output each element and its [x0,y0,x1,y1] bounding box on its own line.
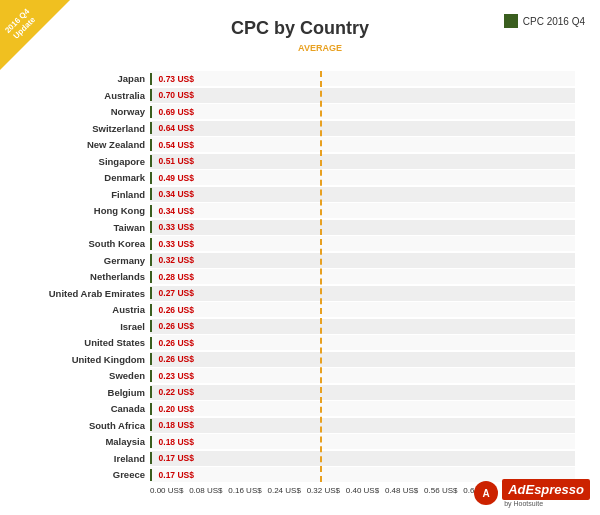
legend-color-box [504,14,518,28]
x-axis-label: 0.40 US$ [346,486,379,495]
country-label: Norway [10,106,145,117]
brand-name: AdEspresso [502,479,590,500]
bar: 0.33 US$ [150,238,152,250]
bar: 0.23 US$ [150,370,152,382]
table-row: Denmark0.49 US$ [150,170,575,185]
country-label: Malaysia [10,436,145,447]
bar-value-label: 0.34 US$ [159,206,194,216]
country-label: Greece [10,469,145,480]
branding: A AdEspresso by Hootsuite [474,479,590,507]
country-label: New Zealand [10,139,145,150]
country-label: Germany [10,255,145,266]
bar: 0.22 US$ [150,386,152,398]
bar-value-label: 0.64 US$ [159,123,194,133]
x-axis-label: 0.08 US$ [189,486,222,495]
table-row: Canada0.20 US$ [150,401,575,416]
x-axis-label: 0.16 US$ [228,486,261,495]
bar-value-label: 0.34 US$ [159,189,194,199]
x-axis-label: 0.00 US$ [150,486,183,495]
bar: 0.70 US$ [150,89,152,101]
bar-value-label: 0.18 US$ [159,437,194,447]
country-label: South Africa [10,420,145,431]
bar: 0.73 US$ [150,73,152,85]
table-row: Switzerland0.64 US$ [150,121,575,136]
country-label: Belgium [10,387,145,398]
country-label: Denmark [10,172,145,183]
bar: 0.17 US$ [150,452,152,464]
bar-value-label: 0.26 US$ [159,354,194,364]
table-row: United Arab Emirates0.27 US$ [150,286,575,301]
table-row: Hong Kong0.34 US$ [150,203,575,218]
bar-value-label: 0.26 US$ [159,338,194,348]
x-axis-label: 0.24 US$ [267,486,300,495]
table-row: Belgium0.22 US$ [150,385,575,400]
country-label: Austria [10,304,145,315]
bar-value-label: 0.23 US$ [159,371,194,381]
table-row: Ireland0.17 US$ [150,451,575,466]
table-row: Taiwan0.33 US$ [150,220,575,235]
country-label: Hong Kong [10,205,145,216]
table-row: Malaysia0.18 US$ [150,434,575,449]
bar-value-label: 0.70 US$ [159,90,194,100]
country-label: Taiwan [10,222,145,233]
bar: 0.69 US$ [150,106,152,118]
country-label: Sweden [10,370,145,381]
country-label: United Arab Emirates [10,288,145,299]
table-row: Norway0.69 US$ [150,104,575,119]
average-label: AVERAGE [298,43,342,53]
bar: 0.33 US$ [150,221,152,233]
average-line [320,71,322,482]
bar: 0.26 US$ [150,304,152,316]
bar-value-label: 0.27 US$ [159,288,194,298]
country-label: United States [10,337,145,348]
bar-value-label: 0.49 US$ [159,173,194,183]
country-label: Switzerland [10,123,145,134]
bar: 0.34 US$ [150,205,152,217]
country-label: Canada [10,403,145,414]
table-row: Sweden0.23 US$ [150,368,575,383]
country-label: Australia [10,90,145,101]
country-label: United Kingdom [10,354,145,365]
x-axis-label: 0.48 US$ [385,486,418,495]
legend: CPC 2016 Q4 [504,14,585,28]
bar: 0.32 US$ [150,254,152,266]
table-row: United Kingdom0.26 US$ [150,352,575,367]
bar-value-label: 0.20 US$ [159,404,194,414]
country-label: Japan [10,73,145,84]
table-row: Australia0.70 US$ [150,88,575,103]
bar: 0.26 US$ [150,320,152,332]
table-row: Japan0.73 US$ [150,71,575,86]
table-row: Austria0.26 US$ [150,302,575,317]
bar: 0.51 US$ [150,155,152,167]
bar: 0.17 US$ [150,469,152,481]
country-label: Israel [10,321,145,332]
country-label: Ireland [10,453,145,464]
bar-value-label: 0.69 US$ [159,107,194,117]
bar-value-label: 0.32 US$ [159,255,194,265]
bar: 0.26 US$ [150,337,152,349]
brand-sub: by Hootsuite [504,500,590,507]
brand-icon: A [474,481,498,505]
bar: 0.27 US$ [150,287,152,299]
bar-value-label: 0.33 US$ [159,239,194,249]
bar: 0.64 US$ [150,122,152,134]
country-label: Finland [10,189,145,200]
x-axis-label: 0.56 US$ [424,486,457,495]
table-row: Singapore0.51 US$ [150,154,575,169]
bar-value-label: 0.26 US$ [159,321,194,331]
bar-value-label: 0.73 US$ [159,74,194,84]
country-label: Netherlands [10,271,145,282]
bar: 0.54 US$ [150,139,152,151]
bar: 0.34 US$ [150,188,152,200]
bars-section: Japan0.73 US$Australia0.70 US$Norway0.69… [150,71,575,482]
table-row: Netherlands0.28 US$ [150,269,575,284]
bar-value-label: 0.54 US$ [159,140,194,150]
bar-value-label: 0.28 US$ [159,272,194,282]
bar-value-label: 0.17 US$ [159,453,194,463]
bars-list: Japan0.73 US$Australia0.70 US$Norway0.69… [150,71,575,482]
bar: 0.18 US$ [150,436,152,448]
table-row: Israel0.26 US$ [150,319,575,334]
x-axis-label: 0.32 US$ [307,486,340,495]
bar-value-label: 0.17 US$ [159,470,194,480]
legend-label: CPC 2016 Q4 [523,16,585,27]
